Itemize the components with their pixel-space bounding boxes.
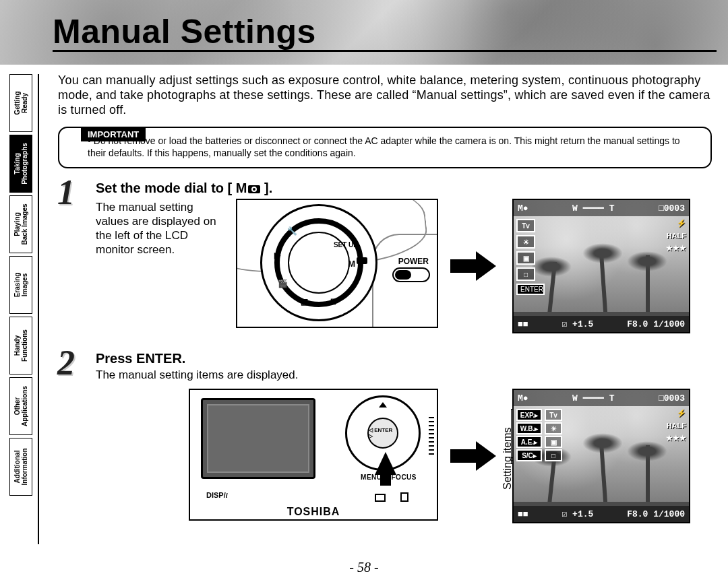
focus-label: FOCUS xyxy=(392,474,417,481)
step-1-heading-prefix: Set the mode dial to [ M xyxy=(96,181,247,195)
dial-wrench-icon: 🔧 xyxy=(287,226,297,236)
lcd1-tv-icon: Tv xyxy=(516,219,535,232)
dial-m-label: M xyxy=(348,259,355,269)
dial-camera-icon xyxy=(357,257,367,264)
dial-multi-icon: ▦ xyxy=(301,297,308,306)
menu-exp-val: Tv xyxy=(545,409,562,421)
lcd1-mode-indicator: M● xyxy=(518,203,528,214)
arrow-right-icon xyxy=(450,441,500,471)
lcd1-flash-icon: ⚡ xyxy=(677,219,686,228)
lcd1-single-icon: □ xyxy=(516,267,535,281)
step-1: 1 Set the mode dial to [ M ]. The manual… xyxy=(58,181,712,333)
dpad-up-icon xyxy=(379,402,387,408)
folder-icon xyxy=(375,494,386,502)
menu-ae: A.E.▸ xyxy=(516,436,542,448)
menu-sc: S/C▸ xyxy=(516,449,542,461)
press-up-arrow-icon xyxy=(375,452,396,475)
step-number-2-icon: 2 xyxy=(50,347,82,379)
sidebar: Getting Ready Taking Photographs Playing… xyxy=(9,74,32,498)
step-1-heading: Set the mode dial to [ M ]. xyxy=(96,181,712,196)
lcd1-enter-button: ENTER xyxy=(516,284,545,295)
lcd2-flash-icon: ⚡ xyxy=(677,409,686,418)
power-switch xyxy=(392,267,430,282)
lcd1-meter-icon: ▣ xyxy=(516,251,535,265)
lcd1-zoom-bar: W ━━━━ T xyxy=(572,203,615,214)
lcd2-right-icons: ⚡ HALF ★★★ xyxy=(666,409,686,443)
enter-button: ◁ ENTER ▷ xyxy=(367,418,398,449)
camera-lcd-rect xyxy=(201,398,315,479)
dial-play-icon: ▶ xyxy=(274,251,280,260)
lcd1-battery-icon: ■■ xyxy=(518,319,528,329)
lcd2-half-label: HALF xyxy=(667,422,686,430)
trash-icon xyxy=(400,492,408,502)
lcd1-sun-icon: ☀ xyxy=(516,235,535,249)
dial-tick-icon: ▲ xyxy=(315,216,323,226)
lcd-preview-1: M● W ━━━━ T □0003 Tv ☀ ▣ □ ENTER ⚡ HALF xyxy=(512,199,690,333)
important-bullet: • Do not remove or load the batteries or… xyxy=(88,135,700,159)
setting-items-bracket xyxy=(511,409,512,464)
power-label: POWER xyxy=(398,257,429,266)
tab-taking-photographs[interactable]: Taking Photographs xyxy=(9,135,32,193)
lcd-preview-2: M● W ━━━━ T □0003 EXP.▸Tv W.B.▸☀ A.E.▸▣ … xyxy=(512,389,690,523)
lcd1-left-icons: Tv ☀ ▣ □ ENTER xyxy=(516,219,545,295)
menu-wb-val: ☀ xyxy=(545,422,562,434)
lcd2-battery-icon: ■■ xyxy=(518,509,528,519)
lcd1-aperture-shutter: F8.0 1/1000 xyxy=(627,319,685,329)
lcd2-aperture-shutter: F8.0 1/1000 xyxy=(627,509,685,519)
lcd2-zoom-bar: W ━━━━ T xyxy=(572,393,615,403)
page-title: Manual Settings xyxy=(53,12,316,51)
menu-exp: EXP.▸ xyxy=(516,409,542,421)
lcd1-right-icons: ⚡ HALF ★★★ xyxy=(666,219,686,253)
tab-erasing-images[interactable]: Erasing Images xyxy=(9,256,32,314)
step-1-heading-suffix: ]. xyxy=(260,181,272,195)
brand-label: TOSHIBA xyxy=(287,506,340,518)
mode-dial-illustration: SET UP M ▲ 🔧 ▶ 🎬 ▦ 🖥 POWER xyxy=(236,199,438,328)
lcd1-quality-stars: ★★★ xyxy=(666,244,686,253)
dial-movie-icon: 🎬 xyxy=(278,279,288,288)
lcd2-ev-value: ☑ +1.5 xyxy=(562,509,593,519)
lcd1-ev-value: ☑ +1.5 xyxy=(562,319,593,329)
lcd2-mode-indicator: M● xyxy=(518,393,528,403)
title-underline xyxy=(53,50,717,52)
grip-lines xyxy=(429,417,434,457)
step-1-body: The manual setting values are displayed … xyxy=(96,200,224,257)
sidebar-divider xyxy=(38,74,39,544)
lcd1-half-label: HALF xyxy=(667,232,686,240)
menu-label: MENU xyxy=(361,474,382,481)
tab-playing-back-images[interactable]: Playing Back Images xyxy=(9,195,32,253)
menu-wb: W.B.▸ xyxy=(516,422,542,434)
disp-label: DISP/i xyxy=(206,491,228,499)
important-box: IMPORTANT • Do not remove or load the ba… xyxy=(58,127,712,168)
page-body: You can manually adjust settings such as… xyxy=(58,73,712,523)
step-2: 2 Press ENTER. The manual setting items … xyxy=(58,351,712,523)
tab-additional-information[interactable]: Additional Information xyxy=(9,438,32,496)
tab-getting-ready[interactable]: Getting Ready xyxy=(9,74,32,132)
intro-text: You can manually adjust settings such as… xyxy=(58,73,712,117)
step-2-body: The manual setting items are displayed. xyxy=(96,368,712,382)
tab-handy-functions[interactable]: Handy Functions xyxy=(9,317,32,375)
tab-other-applications[interactable]: Other Applications xyxy=(9,377,32,435)
dial-setup-label: SET UP xyxy=(334,241,358,249)
step-number-1-icon: 1 xyxy=(50,176,82,209)
camera-mode-icon xyxy=(248,185,260,193)
menu-sc-val: □ xyxy=(545,449,562,461)
lcd1-frame-counter: □0003 xyxy=(659,203,685,214)
dial-pc-icon: 🖥 xyxy=(329,297,337,306)
lcd2-frame-counter: □0003 xyxy=(659,393,685,403)
camera-back-illustration: ◁ ENTER ▷ MENU FOCUS DISP/i TOSHIBA xyxy=(189,389,438,521)
menu-ae-val: ▣ xyxy=(545,436,562,448)
step-2-heading: Press ENTER. xyxy=(96,351,712,366)
lcd2-settings-menu: EXP.▸Tv W.B.▸☀ A.E.▸▣ S/C▸□ xyxy=(516,409,562,461)
important-badge: IMPORTANT xyxy=(81,127,146,141)
page-number: - 58 - xyxy=(349,560,378,575)
lcd2-quality-stars: ★★★ xyxy=(666,434,686,443)
arrow-right-icon xyxy=(450,251,500,281)
